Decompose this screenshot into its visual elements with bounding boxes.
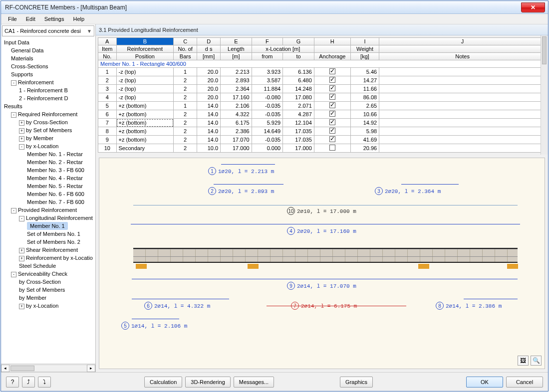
tree-item[interactable]: Member No. 1 [3, 222, 95, 230]
col-header[interactable]: to [283, 53, 314, 60]
tree-item[interactable]: Member No. 1 - Rectar [3, 150, 95, 158]
menu-help[interactable]: Help [69, 15, 88, 23]
expando-icon[interactable]: - [19, 144, 24, 150]
scroll-thumb[interactable] [10, 366, 34, 371]
tree-item[interactable]: Steel Schedule [3, 262, 95, 270]
anchorage-check[interactable] [314, 102, 350, 110]
col-header[interactable]: No. of [174, 45, 197, 53]
navigator-tree[interactable]: Input DataGeneral DataMaterialsCross-Sec… [1, 37, 95, 364]
tree-item[interactable]: General Data [3, 46, 95, 54]
tree-item[interactable]: -Provided Reinforcement [3, 206, 95, 214]
ok-button[interactable]: OK [466, 377, 503, 388]
checkbox-icon[interactable] [329, 136, 335, 142]
next-icon[interactable]: ⤵ [38, 377, 51, 388]
tree-item[interactable]: 2 - Reinforcement D [3, 94, 95, 102]
tree-item[interactable]: Set of Members No. 2 [3, 238, 95, 246]
tree-item[interactable]: by Cross-Section [3, 278, 95, 286]
checkbox-icon[interactable] [329, 128, 335, 134]
table-row[interactable]: 9+z (bottom)214.017.070-0.03517.03541.69 [98, 136, 546, 144]
col-letter[interactable]: A [98, 38, 117, 45]
calculation-button[interactable]: Calculation [144, 377, 182, 388]
tree-item[interactable]: Materials [3, 54, 95, 62]
zoom-icon[interactable]: 🔍 [531, 356, 542, 366]
col-header[interactable]: [kg] [350, 53, 379, 60]
table-row[interactable]: 4-z (top)220.017.160-0.08017.08086.08 [98, 93, 546, 102]
col-header[interactable]: Notes [379, 53, 546, 60]
anchorage-check[interactable] [314, 110, 350, 119]
table-row[interactable]: 10Secondary210.017.0000.00017.00020.96 [98, 144, 546, 153]
col-header[interactable]: [m] [221, 53, 252, 60]
tree-item[interactable]: Member No. 5 - Rectar [3, 182, 95, 190]
anchorage-check[interactable] [314, 144, 350, 153]
col-header[interactable] [314, 45, 350, 53]
checkbox-icon[interactable] [329, 68, 335, 74]
tree-item[interactable]: +by Cross-Section [3, 118, 95, 126]
checkbox-icon[interactable] [329, 145, 335, 151]
expando-icon[interactable]: - [11, 80, 16, 86]
col-header[interactable]: x-Location [m] [252, 45, 314, 53]
expando-icon[interactable]: - [11, 272, 16, 277]
col-letter[interactable]: E [221, 38, 252, 45]
tree-item[interactable]: Set of Members No. 1 [3, 230, 95, 238]
col-letter[interactable]: H [314, 38, 350, 45]
tree-item[interactable]: +Shear Reinforcement [3, 246, 95, 254]
col-header[interactable]: Anchorage [314, 53, 350, 60]
expando-icon[interactable]: + [19, 136, 24, 142]
close-icon[interactable]: ✕ [521, 2, 545, 12]
col-header[interactable] [379, 45, 546, 53]
scroll-track[interactable] [9, 365, 87, 372]
col-header[interactable]: Weight [350, 45, 379, 53]
anchorage-check[interactable] [314, 119, 350, 127]
prev-icon[interactable]: ⤴ [22, 377, 35, 388]
grid-v-scrollbar[interactable] [541, 35, 548, 155]
col-letter[interactable]: I [350, 38, 379, 45]
anchorage-check[interactable] [314, 93, 350, 102]
tree-item[interactable]: -Longitudinal Reinforcement [3, 214, 95, 222]
anchorage-check[interactable] [314, 85, 350, 93]
table-row[interactable]: 5+z (bottom)114.02.106-0.0352.0712.65 [98, 102, 546, 110]
menu-settings[interactable]: Settings [40, 15, 68, 23]
messages-button[interactable]: Messages... [234, 377, 274, 388]
table-row[interactable]: 2-z (top)220.02.8933.5876.48014.27 [98, 76, 546, 85]
table-row[interactable]: 3-z (top)220.02.36411.88414.24811.66 [98, 85, 546, 93]
checkbox-icon[interactable] [329, 85, 335, 91]
cancel-button[interactable]: Cancel [506, 377, 543, 388]
tree-item[interactable]: Cross-Sections [3, 62, 95, 70]
col-letter[interactable]: F [252, 38, 283, 45]
col-header[interactable]: Position [116, 53, 174, 60]
col-letter[interactable]: G [283, 38, 314, 45]
col-letter[interactable]: D [197, 38, 221, 45]
scroll-right-icon[interactable]: ▸ [87, 365, 95, 372]
col-letter[interactable]: B [116, 38, 174, 45]
tree-item[interactable]: -by x-Location [3, 142, 95, 150]
reinforcement-grid[interactable]: ABCDEFGHIJItemReinforcementNo. ofd sLeng… [98, 37, 546, 153]
expando-icon[interactable]: + [19, 128, 24, 134]
anchorage-check[interactable] [314, 68, 350, 76]
table-row[interactable]: 8+z (bottom)214.02.38614.64917.0355.98 [98, 127, 546, 136]
loadcase-combo[interactable]: CA1 - Reinforced concrete desi ▼ [2, 25, 94, 36]
scroll-left-icon[interactable]: ◂ [1, 365, 9, 372]
tree-item[interactable]: Results [3, 102, 95, 110]
checkbox-icon[interactable] [329, 94, 335, 100]
tree-item[interactable]: by Set of Members [3, 286, 95, 294]
menu-file[interactable]: File [4, 15, 21, 23]
rendering-button[interactable]: 3D-Rendering [185, 377, 230, 388]
col-header[interactable]: No. [98, 53, 117, 60]
col-letter[interactable]: J [379, 38, 546, 45]
tree-item[interactable]: +by Member [3, 134, 95, 142]
col-letter[interactable]: C [174, 38, 197, 45]
expando-icon[interactable]: + [19, 304, 24, 309]
col-header[interactable]: Length [221, 45, 252, 53]
col-header[interactable]: Bars [174, 53, 197, 60]
checkbox-icon[interactable] [329, 102, 335, 108]
anchorage-check[interactable] [314, 127, 350, 136]
expando-icon[interactable]: - [11, 208, 16, 213]
col-header[interactable]: from [252, 53, 283, 60]
tree-item[interactable]: Member No. 3 - FB 600 [3, 166, 95, 174]
menu-edit[interactable]: Edit [22, 15, 39, 23]
col-header[interactable]: Item [98, 45, 117, 53]
tree-item[interactable]: +by x-Location [3, 302, 95, 310]
tree-item[interactable]: 1 - Reinforcement B [3, 86, 95, 94]
checkbox-icon[interactable] [329, 77, 335, 83]
tree-item[interactable]: +Reinforcement by x-Locatio [3, 254, 95, 262]
